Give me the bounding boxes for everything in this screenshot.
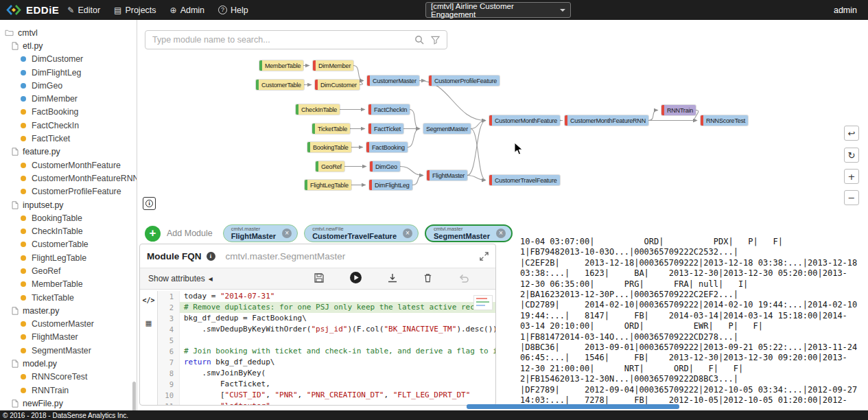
show-attributes-toggle[interactable]: Show attributes ◂ [148,274,213,283]
tree-module-CustomerMonthFeature[interactable]: CustomerMonthFeature [0,159,137,172]
search-icon[interactable] [414,35,424,45]
module-tab-SegmentMaster[interactable]: cmtvl.masterSegmentMaster× [425,224,513,242]
zoom-in-button[interactable]: + [844,169,859,184]
undo-button[interactable] [458,272,469,285]
graph-node-BookingTable[interactable]: BookingTable [307,142,351,152]
graph-node-FactTicket[interactable]: FactTicket [368,124,403,134]
graph-node-CustomerMonthFeature[interactable]: CustomerMonthFeature [489,115,560,126]
code-line-4[interactable]: 4 .smvDedupByKeyWithOrder("psj_id")(F.co… [158,324,495,335]
graph-node-RNNScoreTest[interactable]: RNNScoreTest [701,115,748,126]
tree-folder-cmtvl[interactable]: cmtvl [0,26,137,39]
graph-node-FactBooking[interactable]: FactBooking [366,142,408,152]
menu-item-help[interactable]: ?Help [218,5,248,15]
filter-icon[interactable] [431,36,440,45]
code-line-10[interactable]: 10 ["CUST_ID", "PNR", "PNR_CREATION_DT",… [158,390,495,401]
graph-node-GeoRef[interactable]: GeoRef [316,161,344,172]
tree-module-MemberTable[interactable]: MemberTable [0,278,137,291]
graph-node-CustomerMonthFeatureRNN[interactable]: CustomerMonthFeatureRNN [565,115,648,126]
graph-node-RNNTrain[interactable]: RNNTrain [661,105,696,115]
tree-module-DimMember[interactable]: DimMember [0,92,137,105]
graph-node-FlightMaster[interactable]: FlightMaster [427,170,467,180]
expand-icon[interactable] [480,252,489,261]
graph-node-DimGeo[interactable]: DimGeo [370,161,400,172]
zoom-out-button[interactable]: − [844,190,859,205]
graph-node-FactCheckIn[interactable]: FactCheckIn [368,104,410,115]
code-line-11[interactable]: 11 "leftouter" [158,401,495,405]
tree-module-FactTicket[interactable]: FactTicket [0,132,137,145]
menu-item-editor[interactable]: ✎Editor [67,5,100,15]
graph-node-FlightLegTable[interactable]: FlightLegTable [305,180,351,190]
module-tab-FlightMaster[interactable]: cmtvl.masterFlightMaster× [223,224,298,242]
run-button[interactable] [349,271,362,286]
graph-node-CustomerTable[interactable]: CustomerTable [256,80,304,90]
graph-node-DimMember[interactable]: DimMember [313,60,353,71]
tree-module-CustomerTable[interactable]: CustomerTable [0,238,137,251]
close-icon[interactable]: × [496,229,506,238]
user-name[interactable]: admin [834,0,857,20]
tree-file-newFile-py[interactable]: newFile.py [0,397,137,410]
bottom-horizontal-scrollbar[interactable] [467,404,679,409]
tree-module-FlightLegTable[interactable]: FlightLegTable [0,251,137,264]
close-icon[interactable]: × [282,229,292,238]
tree-module-FactCheckIn[interactable]: FactCheckIn [0,119,137,132]
graph-node-DimCustomer[interactable]: DimCustomer [315,80,360,90]
add-module-button[interactable]: + Add Module [145,226,213,242]
graph-node-MemberTable[interactable]: MemberTable [259,60,303,71]
console-output[interactable]: 10-04 03:07:00| ORD| PDX| P| F| 1|FB7948… [520,237,867,406]
recenter-button[interactable]: ↩ [844,126,859,141]
tree-file-feature-py[interactable]: feature.py [0,145,137,159]
tree-module-CheckInTable[interactable]: CheckInTable [0,224,137,237]
delete-button[interactable] [423,272,433,285]
code-line-7[interactable]: 7return bkg_df_dedup\ [158,357,495,368]
tree-file-model-py[interactable]: model.py [0,357,137,370]
project-selector[interactable]: [cmtvl] Airline Customer Engagement [425,2,571,18]
graph-node-TicketTable[interactable]: TicketTable [312,124,350,134]
tree-module-FactBooking[interactable]: FactBooking [0,106,137,119]
graph-node-CustomerMaster[interactable]: CustomerMaster [367,75,419,86]
tree-module-CustomerProfileFeature[interactable]: CustomerProfileFeature [0,185,137,198]
code-line-8[interactable]: 8 .smvJoinByKey( [158,368,495,379]
tree-module-RNNScoreTest[interactable]: RNNScoreTest [0,371,137,384]
tree-module-DimGeo[interactable]: DimGeo [0,79,137,92]
code-line-9[interactable]: 9 FactTicket, [158,379,495,390]
code-line-6[interactable]: 6# Join booking with ticket and check-in… [158,346,495,357]
tree-module-DimCustomer[interactable]: DimCustomer [0,53,137,66]
tree-file-etl-py[interactable]: etl.py [0,39,137,52]
close-icon[interactable]: × [403,229,412,238]
save-button[interactable] [314,272,325,285]
menu-item-projects[interactable]: ▤Projects [114,5,156,15]
refresh-button[interactable]: ↻ [844,148,859,163]
tree-module-DimFlightLeg[interactable]: DimFlightLeg [0,66,137,79]
graph-node-CheckInTable[interactable]: CheckInTable [296,104,340,115]
graph-node-SegmentMaster[interactable]: SegmentMaster [423,124,471,134]
code-line-3[interactable]: 3bkg_df_dedup = FactBooking\ [158,313,495,324]
graph-node-CustomerTravelFeature[interactable]: CustomerTravelFeature [489,175,560,185]
fqn-info-icon[interactable]: i [207,252,215,261]
tree-file-inputset-py[interactable]: inputset.py [0,198,137,211]
tree-file-master-py[interactable]: master.py [0,304,137,317]
graph-node-DimFlightLeg[interactable]: DimFlightLeg [369,180,412,190]
graph-node-CustomerProfileFeature[interactable]: CustomerProfileFeature [429,75,500,86]
tree-module-TicketTable[interactable]: TicketTable [0,291,137,304]
brand[interactable]: EDDiE [0,4,67,16]
table-view-button[interactable]: ▦ [146,318,152,328]
tree-module-CustomerMonthFeatureRNN[interactable]: CustomerMonthFeatureRNN [0,172,137,185]
tree-module-FlightMaster[interactable]: FlightMaster [0,331,137,344]
graph-canvas[interactable]: MemberTableDimMemberCustomerTableDimCust… [138,20,868,218]
tree-module-CustomerMaster[interactable]: CustomerMaster [0,318,137,331]
code-view-button[interactable]: </> [142,296,154,304]
menu-item-admin[interactable]: ⊕Admin [170,5,205,15]
code-line-1[interactable]: 1today = "2014-07-31" [158,291,495,302]
code-line-2[interactable]: 2# Remove duplicates: for one PSJ only k… [158,302,495,313]
canvas-info-button[interactable]: i [143,197,156,210]
export-button[interactable] [387,272,398,285]
code-editor[interactable]: 1today = "2014-07-31"2# Remove duplicate… [158,291,495,405]
module-tab-CustomerTravelFeature[interactable]: cmtvl.newFileCustomerTravelFeature× [304,224,419,242]
tree-module-BookingTable[interactable]: BookingTable [0,211,137,224]
tree-module-RNNTrain[interactable]: RNNTrain [0,384,137,397]
code-line-5[interactable]: 5 [158,335,495,346]
sidebar-scrollbar[interactable] [132,382,136,410]
tree-module-GeoRef[interactable]: GeoRef [0,264,137,277]
tree-module-SegmentMaster[interactable]: SegmentMaster [0,344,137,357]
module-search-input[interactable] [145,35,414,45]
